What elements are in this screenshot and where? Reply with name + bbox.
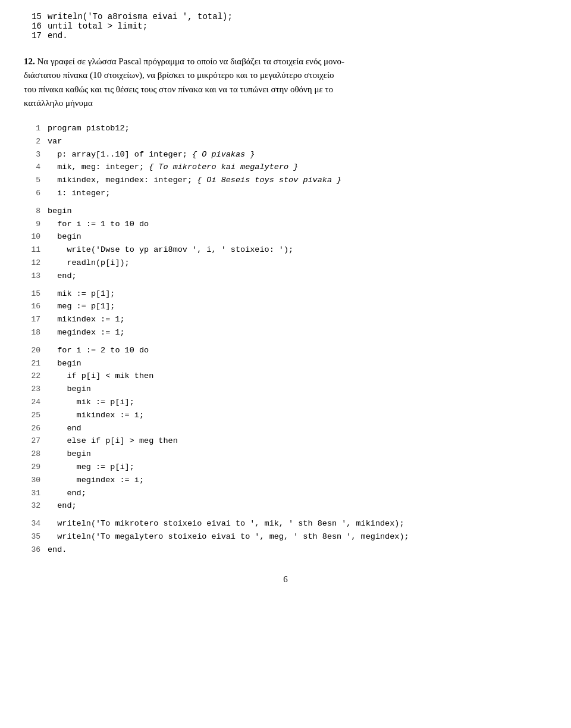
code-21: begin bbox=[48, 357, 81, 370]
question-text-line4: κατάλληλο μήνυμα bbox=[24, 98, 93, 108]
ln-2: 2 bbox=[24, 136, 40, 148]
line-number-17: 17 bbox=[24, 31, 42, 40]
code-row-4: 4 mik, meg: integer; { To mikrotero kai … bbox=[24, 161, 547, 174]
ln-27: 27 bbox=[24, 435, 40, 448]
ln-25: 25 bbox=[24, 410, 40, 422]
ln-8: 8 bbox=[24, 205, 40, 218]
question-12: 12. Να γραφεί σε γλώσσα Pascal πρόγραμμα… bbox=[24, 55, 547, 110]
code-15: mik := p[1]; bbox=[48, 288, 115, 301]
main-code-block: 1 program pistob12; 2 var 3 p: array[1..… bbox=[24, 122, 547, 557]
page-number: 6 bbox=[24, 574, 547, 585]
code-30: megindex := i; bbox=[48, 474, 144, 487]
header-code-15: writeln('To a8roisma eivai ', total); bbox=[48, 12, 233, 21]
code-10: begin bbox=[48, 230, 81, 243]
code-row-11: 11 write('Dwse to yp ari8mov ', i, ' sto… bbox=[24, 243, 547, 257]
code-26: end bbox=[48, 422, 81, 435]
code-35: writeln('To megalytero stoixeio eivai to… bbox=[48, 530, 409, 543]
code-24: mik := p[i]; bbox=[48, 396, 134, 409]
ln-21: 21 bbox=[24, 358, 40, 370]
code-row-10: 10 begin bbox=[24, 230, 547, 243]
code-13: end; bbox=[48, 270, 77, 283]
ln-6: 6 bbox=[24, 188, 40, 200]
code-row-22: 22 if p[i] < mik then bbox=[24, 370, 547, 383]
ln-18: 18 bbox=[24, 327, 40, 339]
code-1: program pistob12; bbox=[48, 122, 130, 135]
ln-4: 4 bbox=[24, 161, 40, 174]
code-row-26: 26 end bbox=[24, 422, 547, 435]
ln-1: 1 bbox=[24, 123, 40, 135]
code-25: mikindex := i; bbox=[48, 409, 144, 422]
ln-15: 15 bbox=[24, 288, 40, 301]
code-row-34: 34 writeln('To mikrotero stoixeio eivai … bbox=[24, 517, 547, 530]
blank-7 bbox=[24, 200, 547, 205]
question-text-line3: του πίνακα καθώς και τις θέσεις τους στο… bbox=[24, 85, 333, 94]
code-3: p: array[1..10] of integer; { O pivakas … bbox=[48, 148, 255, 161]
code-34: writeln('To mikrotero stoixeio eivai to … bbox=[48, 517, 404, 530]
code-row-30: 30 megindex := i; bbox=[24, 474, 547, 487]
code-row-31: 31 end; bbox=[24, 487, 547, 500]
code-18: megindex := 1; bbox=[48, 326, 125, 339]
code-row-2: 2 var bbox=[24, 135, 547, 148]
code-32: end; bbox=[48, 499, 77, 513]
header-line-15: 15 writeln('To a8roisma eivai ', total); bbox=[24, 12, 547, 21]
code-12: readln(p[i]); bbox=[48, 257, 130, 270]
code-28: begin bbox=[48, 448, 91, 461]
line-number-16: 16 bbox=[24, 21, 42, 31]
ln-29: 29 bbox=[24, 461, 40, 474]
code-row-21: 21 begin bbox=[24, 357, 547, 370]
code-row-32: 32 end; bbox=[24, 499, 547, 513]
code-17: mikindex := 1; bbox=[48, 313, 125, 326]
header-line-16: 16 until total > limit; bbox=[24, 21, 547, 31]
ln-30: 30 bbox=[24, 474, 40, 487]
code-row-17: 17 mikindex := 1; bbox=[24, 313, 547, 326]
code-row-8: 8 begin bbox=[24, 205, 547, 218]
code-row-15: 15 mik := p[1]; bbox=[24, 288, 547, 301]
code-row-13: 13 end; bbox=[24, 270, 547, 283]
ln-36: 36 bbox=[24, 544, 40, 557]
ln-35: 35 bbox=[24, 531, 40, 543]
code-22: if p[i] < mik then bbox=[48, 370, 153, 383]
code-row-36: 36 end. bbox=[24, 543, 547, 557]
blank-19 bbox=[24, 339, 547, 344]
ln-16: 16 bbox=[24, 301, 40, 313]
header-line-17: 17 end. bbox=[24, 31, 547, 40]
code-row-25: 25 mikindex := i; bbox=[24, 409, 547, 422]
ln-12: 12 bbox=[24, 257, 40, 270]
code-row-12: 12 readln(p[i]); bbox=[24, 257, 547, 270]
header-code-16: until total > limit; bbox=[48, 21, 148, 31]
code-16: meg := p[1]; bbox=[48, 300, 115, 313]
ln-3: 3 bbox=[24, 149, 40, 161]
ln-31: 31 bbox=[24, 488, 40, 500]
code-row-6: 6 i: integer; bbox=[24, 187, 547, 200]
code-row-3: 3 p: array[1..10] of integer; { O pivaka… bbox=[24, 148, 547, 161]
question-number: 12. bbox=[24, 57, 35, 66]
ln-10: 10 bbox=[24, 231, 40, 243]
code-8: begin bbox=[48, 205, 72, 218]
code-4: mik, meg: integer; { To mikrotero kai me… bbox=[48, 161, 298, 174]
code-5: mikindex, megindex: integer; { Oi 8eseis… bbox=[48, 174, 341, 187]
code-row-18: 18 megindex := 1; bbox=[24, 326, 547, 339]
ln-13: 13 bbox=[24, 270, 40, 283]
code-31: end; bbox=[48, 487, 86, 500]
blank-14 bbox=[24, 283, 547, 288]
code-row-16: 16 meg := p[1]; bbox=[24, 300, 547, 313]
ln-20: 20 bbox=[24, 345, 40, 357]
header-code-17: end. bbox=[48, 31, 68, 40]
code-row-5: 5 mikindex, megindex: integer; { Oi 8ese… bbox=[24, 174, 547, 187]
ln-23: 23 bbox=[24, 383, 40, 396]
code-6: i: integer; bbox=[48, 187, 110, 200]
code-2: var bbox=[48, 135, 62, 148]
code-9: for i := 1 to 10 do bbox=[48, 218, 149, 231]
ln-22: 22 bbox=[24, 370, 40, 383]
header-code-block: 15 writeln('To a8roisma eivai ', total);… bbox=[24, 12, 547, 40]
code-row-9: 9 for i := 1 to 10 do bbox=[24, 218, 547, 231]
ln-9: 9 bbox=[24, 218, 40, 231]
line-number-15: 15 bbox=[24, 12, 42, 21]
code-row-1: 1 program pistob12; bbox=[24, 122, 547, 135]
code-row-24: 24 mik := p[i]; bbox=[24, 396, 547, 409]
question-text-line2: διάστατου πίνακα (10 στοιχείων), να βρίσ… bbox=[24, 70, 334, 80]
ln-32: 32 bbox=[24, 500, 40, 513]
code-row-27: 27 else if p[i] > meg then bbox=[24, 435, 547, 448]
code-27: else if p[i] > meg then bbox=[48, 435, 178, 448]
ln-34: 34 bbox=[24, 518, 40, 530]
